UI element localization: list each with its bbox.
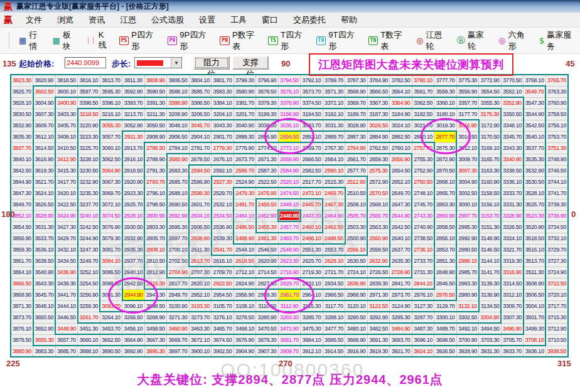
menu-item-trade-entrust[interactable]: 交易委托 [286, 13, 333, 27]
grid-cell: 3876.10 [11, 323, 33, 334]
grid-cell: 3292.90 [367, 312, 390, 323]
grid-cell: 2740.90 [412, 221, 434, 233]
menu-item-file[interactable]: 文件 [19, 13, 49, 27]
grid-cell: 3434.50 [55, 255, 78, 267]
step-dropdown[interactable]: ▼ [134, 57, 182, 68]
grid-cell: 2851.30 [434, 255, 457, 267]
menu-item-news[interactable]: 资讯 [82, 13, 112, 27]
grid-cell: 3122.50 [367, 300, 390, 312]
toolbar-p-number-table-button[interactable]: PNP数字表 [217, 28, 262, 54]
grid-cell: 2527.30 [212, 176, 234, 188]
grid-cell: 3736.90 [545, 210, 568, 221]
resistance-button[interactable]: 阻力位 [193, 56, 230, 70]
toolbar-quotes-button[interactable]: ▦行情 [16, 28, 47, 54]
menu-item-formula-stock-pick[interactable]: 公式选股 [144, 13, 191, 27]
grid-cell: 2858.50 [434, 221, 457, 233]
grid-cell: 3432.10 [55, 244, 78, 255]
grid-cell: 2731.30 [412, 267, 434, 278]
grid-cell: 2988.10 [456, 255, 479, 267]
angle-label-225: 225 [6, 359, 20, 368]
toolbar-gann-wheel-button[interactable]: ◎江恩轮 [413, 28, 451, 54]
grid-cell: 2712.10 [234, 267, 256, 278]
grid-cell: 3189.70 [345, 109, 368, 120]
grid-cell: 3465.70 [212, 323, 234, 334]
grid-cell: 3124.90 [390, 300, 412, 312]
grid-cell: 2764.90 [345, 142, 368, 154]
grid-cell: 3681.70 [278, 334, 301, 346]
toolbar-t-square-button[interactable]: TST四方形 [265, 28, 310, 54]
grid-cell: 2784.10 [167, 142, 190, 154]
grid-cell: 2966.50 [323, 289, 345, 300]
grid-cell: 2719.30 [301, 267, 323, 278]
grid-cell: 2479.30 [234, 188, 256, 199]
toolbar-kline-button[interactable]: ᛁᛁK线 [83, 28, 114, 53]
toolbar-sectors-button[interactable]: ▩板块 [50, 28, 81, 54]
grid-cell: 3153.70 [479, 210, 502, 221]
grid-cell: 3513.70 [524, 255, 546, 267]
grid-cell: 2632.90 [367, 255, 390, 267]
chevron-down-icon[interactable]: ▼ [171, 58, 181, 68]
menu-item-window[interactable]: 窗口 [255, 13, 285, 27]
grid-cell: 3333.70 [501, 188, 524, 199]
grid-cell: 3151.30 [479, 221, 502, 233]
grid-cell: 2594.50 [189, 165, 212, 176]
grid-cell: 3696.10 [412, 334, 434, 346]
grid-cell: 3055.30 [100, 120, 122, 131]
grid-cell: 3398.50 [78, 97, 100, 109]
grid-cell: 2544.10 [234, 244, 256, 255]
toolbar-winner-service-button[interactable]: $赢家服务 [536, 28, 580, 54]
grid-cell: 2748.10 [412, 188, 434, 199]
toolbar-9p-square-button[interactable]: P99P四方形 [164, 28, 215, 54]
grid-cell: 3319.30 [501, 255, 524, 267]
grid-cell: 2592.10 [212, 165, 234, 176]
support-button[interactable]: 支撑位 [232, 56, 269, 70]
grid-cell: 3472.90 [278, 323, 301, 334]
toolbar-9t-square-button[interactable]: T99T四方形 [313, 28, 363, 54]
toolbar-hexagon-button[interactable]: ◎六角形 [495, 28, 534, 54]
grid-cell: 2647.30 [390, 199, 412, 210]
grid-cell: 2728.90 [390, 267, 412, 278]
toolbar-label: T数字表 [380, 29, 407, 52]
menu-item-tools[interactable]: 工具 [223, 13, 254, 27]
grid-cell: 3475.30 [301, 323, 323, 334]
grid-cell: 2546.50 [256, 244, 279, 255]
grid-cell: 3849.70 [11, 199, 33, 210]
grid-cell: 2779.30 [212, 142, 234, 154]
grid-cell: 2781.70 [189, 142, 212, 154]
grid-cell: 3712.90 [545, 323, 568, 334]
menu-item-help[interactable]: 帮助 [334, 13, 364, 27]
grid-cell: 2812.90 [144, 267, 167, 278]
grid-cell: 2716.90 [278, 267, 301, 278]
toolbar-p-square-button[interactable]: PSP四方形 [116, 28, 162, 54]
grid-cell: 2644.90 [390, 210, 412, 221]
angle-label-315: 315 [557, 359, 571, 368]
step-label: 步长: [112, 58, 131, 70]
start-price-input[interactable] [65, 57, 106, 68]
grid-cell: 3715.30 [545, 312, 568, 323]
grid-cell: 2587.30 [256, 165, 279, 176]
menu-item-browse[interactable]: 浏览 [50, 13, 80, 27]
toolbar-winner-wheel-button[interactable]: Ⓑ赢家轮 [454, 28, 493, 54]
grid-cell: 2676.10 [212, 154, 234, 165]
toolbar-t-number-table-button[interactable]: TNT数字表 [365, 28, 411, 54]
grid-cell: 3256.90 [78, 289, 100, 300]
grid-cell: 3859.30 [11, 244, 33, 255]
grid-cell: 3847.30 [11, 188, 33, 199]
grid-cell: 3722.50 [545, 278, 568, 289]
grid-cell: 3844.90 [11, 176, 33, 188]
grid-cell: 3636.10 [33, 244, 56, 255]
grid-cell: 3818.50 [55, 75, 78, 86]
grid-cell: 2853.70 [434, 244, 457, 255]
grid-cell: 3640.90 [33, 267, 56, 278]
grid-cell: 2848.90 [434, 267, 457, 278]
grid-cell: 2937.70 [122, 255, 145, 267]
grid-cell: 3295.30 [390, 312, 412, 323]
grid-cell: 3919.30 [367, 346, 390, 357]
grid-cell: 3808.90 [144, 75, 167, 86]
grid-cell: 3777.70 [434, 75, 457, 86]
grid-cell: 3446.50 [55, 312, 78, 323]
menu-item-settings[interactable]: 设置 [192, 13, 222, 27]
grid-cell: 3657.70 [55, 334, 78, 346]
menu-item-gann[interactable]: 江恩 [113, 13, 143, 27]
key-level-cell: 2894.50 [278, 131, 301, 142]
